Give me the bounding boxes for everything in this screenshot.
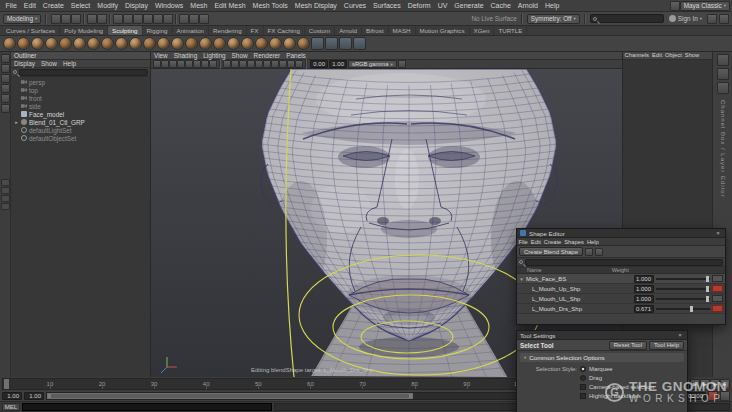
viewport-menu-view[interactable]: View [151, 52, 171, 59]
shelf-tool-icon[interactable] [339, 37, 352, 50]
close-icon[interactable]: × [714, 230, 722, 236]
sculpt-brush-icon[interactable] [87, 37, 100, 50]
channel-box-icon[interactable] [717, 82, 729, 94]
menu-select[interactable]: Select [67, 2, 93, 9]
ambient-occlusion-icon[interactable] [279, 60, 287, 68]
paint-select-tool-icon[interactable] [1, 74, 10, 83]
current-frame-marker[interactable] [4, 379, 9, 389]
shelf-tool-icon[interactable] [311, 37, 324, 50]
menu-create[interactable]: Create [39, 2, 67, 9]
weight-value-field[interactable]: 1.000 [634, 285, 654, 293]
open-scene-icon[interactable] [61, 14, 71, 24]
snap-to-grid-icon[interactable] [113, 14, 123, 24]
collapse-arrow-icon[interactable]: ▾ [519, 276, 524, 282]
menu-mesh[interactable]: Mesh [187, 2, 211, 9]
command-language-toggle[interactable]: MEL [2, 403, 20, 411]
sculpt-brush-icon[interactable] [31, 37, 44, 50]
shape-editor-row[interactable]: L_Mouth_Up_Shp1.000 [517, 284, 725, 294]
move-tool-icon[interactable] [1, 84, 10, 93]
snap-to-projected-center-icon[interactable] [143, 14, 153, 24]
render-current-frame-icon[interactable] [179, 14, 189, 24]
menu-surfaces[interactable]: Surfaces [370, 2, 405, 9]
create-blend-shape-button[interactable]: Create Blend Shape [519, 247, 583, 256]
textured-icon[interactable] [255, 60, 263, 68]
anti-aliasing-icon[interactable] [295, 60, 303, 68]
shadows-icon[interactable] [271, 60, 279, 68]
playback-button-4[interactable]: ▶ [690, 379, 700, 390]
gate-mask-icon[interactable] [185, 60, 193, 68]
shelf-tab-arnold[interactable]: Arnold [335, 26, 362, 35]
sculpt-brush-icon[interactable] [213, 37, 226, 50]
lasso-select-tool-icon[interactable] [1, 64, 10, 73]
weight-slider-handle[interactable] [706, 296, 709, 302]
layout-shortcut-icon[interactable] [719, 14, 729, 24]
outliner-item-front[interactable]: front [11, 94, 150, 102]
range-slider-handle[interactable] [47, 393, 413, 399]
weight-value-field[interactable]: 1.000 [634, 275, 654, 283]
grid-icon[interactable] [161, 60, 169, 68]
command-input[interactable] [22, 403, 272, 411]
shelf-tab-fx[interactable]: FX [247, 26, 264, 35]
safe-action-icon[interactable] [201, 60, 209, 68]
shelf-tab-bifrost[interactable]: Bifrost [362, 26, 389, 35]
weight-slider-handle[interactable] [690, 306, 693, 312]
undo-icon[interactable] [87, 14, 97, 24]
shape-editor-menu-create[interactable]: Create [542, 239, 562, 245]
attribute-editor-icon[interactable] [717, 54, 729, 66]
weight-value-field[interactable]: 1.000 [634, 295, 654, 303]
playback-start-field[interactable]: 1.00 [24, 392, 44, 400]
shape-editor-menu-edit[interactable]: Edit [529, 239, 542, 245]
default-material-icon[interactable] [247, 60, 255, 68]
redo-icon[interactable] [97, 14, 107, 24]
reset-tool-button[interactable]: Reset Tool [609, 341, 647, 350]
safe-title-icon[interactable] [209, 60, 217, 68]
weight-slider[interactable] [656, 298, 710, 300]
shape-editor-row[interactable]: ▾Mick_Face_BS1.000 [517, 274, 725, 284]
lighting-icon[interactable] [263, 60, 271, 68]
outliner-item-top[interactable]: top [11, 86, 150, 94]
snap-to-curve-icon[interactable] [123, 14, 133, 24]
sculpt-brush-icon[interactable] [59, 37, 72, 50]
workspace-selector[interactable]: Maya Classic ▾ [680, 1, 730, 11]
layout-preset-icon[interactable] [1, 179, 10, 186]
viewport-options-icon[interactable] [398, 60, 406, 68]
viewport-menu-show[interactable]: Show [229, 52, 251, 59]
menu-mesh-display[interactable]: Mesh Display [291, 2, 340, 9]
rotate-tool-icon[interactable] [1, 94, 10, 103]
sculpt-brush-icon[interactable] [241, 37, 254, 50]
animation-start-field[interactable]: 1.00 [2, 392, 22, 400]
shelf-tool-icon[interactable] [353, 37, 366, 50]
menu-edit-mesh[interactable]: Edit Mesh [211, 2, 249, 9]
menu-curves[interactable]: Curves [340, 2, 369, 9]
render-settings-icon[interactable] [199, 14, 209, 24]
menu-file[interactable]: File [2, 2, 20, 9]
animation-preferences-icon[interactable] [720, 391, 730, 401]
weight-value-field[interactable]: 0.671 [634, 305, 654, 313]
select-tool-icon[interactable] [1, 54, 10, 63]
shelf-tab-sculpting[interactable]: Sculpting [108, 26, 142, 35]
sculpt-brush-icon[interactable] [73, 37, 86, 50]
shelf-tab-mash[interactable]: MASH [389, 26, 416, 35]
filter-icon[interactable] [595, 248, 603, 256]
weight-slider[interactable] [656, 308, 710, 310]
sculpt-brush-icon[interactable] [115, 37, 128, 50]
sculpt-brush-icon[interactable] [143, 37, 156, 50]
sculpt-brush-icon[interactable] [199, 37, 212, 50]
layout-preset-icon[interactable] [1, 187, 10, 194]
make-live-icon[interactable] [163, 14, 173, 24]
film-gate-icon[interactable] [169, 60, 177, 68]
expand-arrow-icon[interactable]: ▸ [14, 119, 19, 125]
shape-editor-titlebar[interactable]: Shape Editor × [517, 229, 725, 238]
playback-button-5[interactable]: ▶ [700, 379, 710, 390]
bookmark-workspaces-icon[interactable] [707, 14, 717, 24]
tool-settings-titlebar[interactable]: Tool Settings × [517, 331, 687, 340]
checkbox-camera-based-selection[interactable] [580, 384, 586, 390]
workspace-grid-icon[interactable] [670, 1, 680, 11]
sculpt-brush-icon[interactable] [185, 37, 198, 50]
shape-editor-menu-shapes[interactable]: Shapes [563, 239, 586, 245]
sculpt-brush-icon[interactable] [255, 37, 268, 50]
shelf-tab-animation[interactable]: Animation [173, 26, 210, 35]
channelbox-menu-channels[interactable]: Channels [623, 52, 651, 59]
menu-help[interactable]: Help [542, 2, 563, 9]
playback-button-6[interactable]: |▶ [710, 379, 720, 390]
